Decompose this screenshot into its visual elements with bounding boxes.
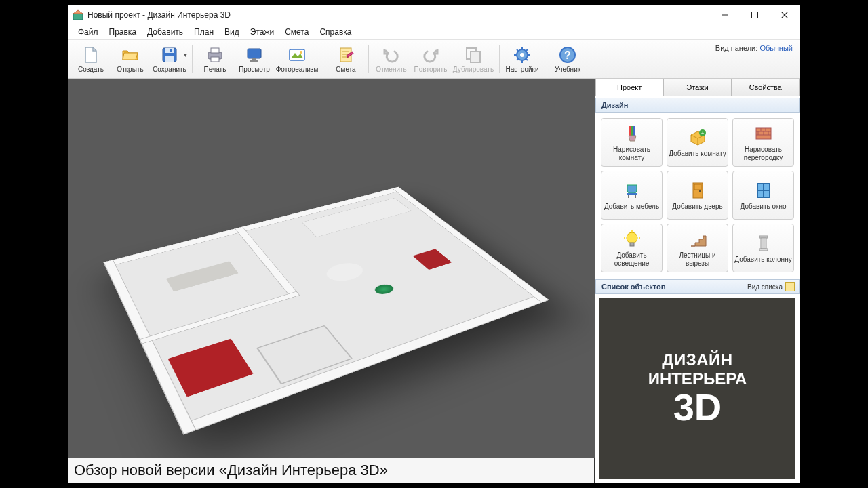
monitor-icon [245,45,264,64]
create-button[interactable]: Создать [71,41,111,77]
door-icon [688,180,708,201]
panel-mode-link[interactable]: Обычный [760,44,793,52]
svg-rect-7 [165,48,174,53]
add-furniture-button[interactable]: Добавить мебель [601,171,663,220]
add-room-button[interactable]: + Добавить комнату [667,118,728,167]
chevron-down-icon: ▼ [183,53,188,58]
svg-rect-0 [73,14,83,20]
svg-rect-16 [290,49,304,60]
help-icon: ? [558,45,577,64]
undo-label: Отменить [376,66,407,73]
save-button[interactable]: Сохранить ▼ [150,41,189,77]
notepad-icon [336,45,355,64]
menu-view[interactable]: Вид [220,26,243,38]
svg-line-33 [526,58,528,60]
add-window-button[interactable]: Добавить окно [732,171,794,220]
save-label: Сохранить [153,66,186,73]
3d-viewport[interactable] [68,79,595,483]
redo-icon [421,45,440,64]
application-window: Новый проект - Дизайн Интерьера 3D Файл … [68,5,800,483]
add-door-button[interactable]: Добавить дверь [667,171,728,220]
objects-header-text: Список объектов [601,283,665,291]
design-btn-label: Нарисовать перегородку [733,146,793,161]
view-list-link[interactable]: Вид списка [747,283,783,291]
stairs-cutouts-button[interactable]: Лестницы и вырезы [667,224,728,272]
svg-rect-13 [248,49,261,58]
side-tabs: Проект Этажи Свойства [595,79,800,96]
menu-estimate[interactable]: Смета [281,26,313,38]
menu-edit[interactable]: Правка [105,26,141,38]
menu-help[interactable]: Справка [315,26,355,38]
toolbar-separator [499,45,500,73]
duplicate-label: Дублировать [453,66,494,73]
add-lighting-button[interactable]: Добавить освещение [601,224,663,272]
svg-rect-11 [211,48,219,53]
undo-button[interactable]: Отменить [372,41,411,77]
menu-plan[interactable]: План [190,26,218,38]
product-logo: ДИЗАЙН ИНТЕРЬЕРА 3D [599,298,795,479]
svg-text:?: ? [564,49,571,61]
photorealism-icon [288,45,307,64]
menu-file[interactable]: Файл [74,26,102,38]
print-label: Печать [204,66,226,73]
print-button[interactable]: Печать [195,41,235,77]
svg-rect-70 [760,249,768,251]
menubar: Файл Правка Добавить План Вид Этажи Смет… [68,24,800,39]
cube-plus-icon: + [688,127,708,148]
design-section-header: Дизайн [595,98,800,113]
design-btn-label: Добавить комнату [669,150,726,158]
toolbar-separator [368,45,369,73]
svg-line-34 [526,49,528,52]
photorealism-button[interactable]: Фотореализм [274,41,320,77]
open-label: Открыть [117,66,143,73]
minimize-button[interactable] [710,5,740,24]
lightbulb-icon [622,229,642,249]
menu-floors[interactable]: Этажи [246,26,278,38]
svg-rect-51 [627,193,637,195]
draw-partition-button[interactable]: Нарисовать перегородку [732,118,794,167]
window-icon [753,180,774,201]
create-label: Создать [78,66,104,73]
brick-wall-icon [753,123,774,144]
brush-icon [622,123,642,144]
objects-section-header: Список объектов Вид списка [595,279,800,294]
estimate-button[interactable]: Смета [326,41,366,77]
save-icon [160,45,179,64]
tab-floors[interactable]: Этажи [663,79,731,96]
maximize-button[interactable] [740,5,770,24]
svg-rect-15 [250,60,258,62]
svg-rect-38 [629,126,631,136]
svg-line-35 [517,58,519,60]
draw-room-button[interactable]: Нарисовать комнату [601,118,663,167]
gear-icon [513,45,532,64]
design-btn-label: Добавить освещение [601,251,662,267]
window-title: Новый проект - Дизайн Интерьера 3D [87,10,710,20]
note-icon[interactable] [785,282,795,291]
menu-add[interactable]: Добавить [143,26,187,38]
svg-text:+: + [701,130,704,136]
svg-point-56 [699,190,701,192]
tutorial-button[interactable]: ? Учебник [548,41,587,77]
printer-icon [205,45,224,64]
tab-project[interactable]: Проект [595,79,663,96]
svg-rect-12 [211,57,219,62]
new-file-icon [81,45,100,64]
estimate-label: Смета [336,66,355,73]
tutorial-label: Учебник [555,66,580,73]
duplicate-button[interactable]: Дублировать [450,41,496,77]
folder-open-icon [121,45,140,64]
open-button[interactable]: Открыть [111,41,150,77]
svg-rect-53 [635,195,636,198]
redo-button[interactable]: Повторить [411,41,450,77]
preview-label: Просмотр [239,66,270,73]
add-column-button[interactable]: Добавить колонну [732,224,794,272]
titlebar: Новый проект - Дизайн Интерьера 3D [68,5,800,24]
settings-button[interactable]: Настройки [502,41,542,77]
minimize-icon [722,12,728,18]
preview-button[interactable]: Просмотр [235,41,274,77]
svg-line-32 [517,49,519,52]
panel-mode: Вид панели: Обычный [715,44,793,52]
tab-properties[interactable]: Свойства [732,79,800,96]
svg-rect-14 [252,58,256,60]
close-button[interactable] [770,5,800,24]
